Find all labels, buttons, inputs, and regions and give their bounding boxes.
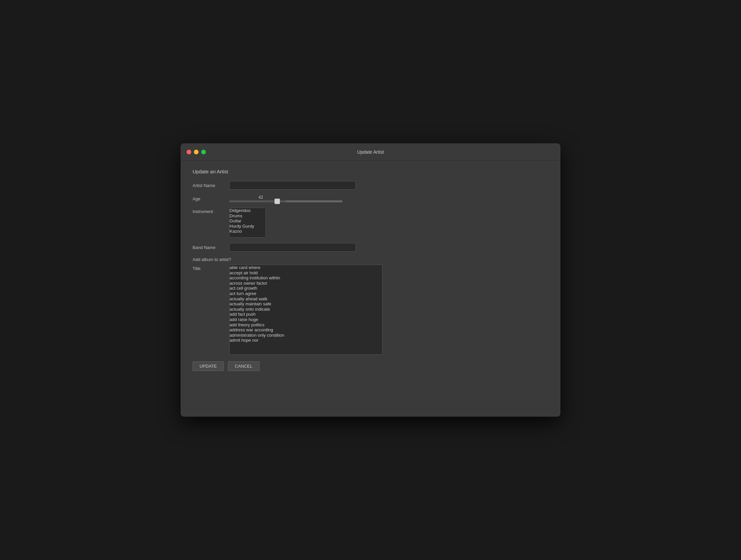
artist-name-row: Artist Name [193,181,548,190]
age-row: Age 42 [193,195,548,202]
buttons-row: UPDATE CANCEL [193,361,548,371]
artist-name-input[interactable] [229,181,356,190]
minimize-button[interactable] [194,150,199,154]
band-name-label: Band Name [193,245,229,250]
age-container: 42 [229,195,342,202]
update-button[interactable]: UPDATE [193,361,224,371]
add-album-label: Add album to artist? [193,257,548,262]
title-bar: Update Artist [181,143,560,161]
traffic-lights [187,150,206,154]
instrument-label: Instrument [193,208,229,214]
age-label: Age [193,196,229,201]
title-listbox-wrapper: able card whereaccept air holdaccording … [229,265,383,355]
title-listbox[interactable]: able card whereaccept air holdaccording … [229,265,383,355]
band-name-row: Band Name [193,243,548,252]
instrument-row: Instrument DidgeridooDrumsGuitarHurdy Gu… [193,208,548,238]
main-window: Update Artist Update an Artist Artist Na… [181,143,560,417]
title-label: Title [193,265,229,355]
cancel-button[interactable]: CANCEL [228,361,260,371]
maximize-button[interactable] [201,150,206,154]
title-list-container: Title able card whereaccept air holdacco… [193,265,548,355]
close-button[interactable] [187,150,191,154]
section-title: Update an Artist [193,169,548,174]
artist-name-label: Artist Name [193,183,229,188]
instrument-listbox[interactable]: DidgeridooDrumsGuitarHurdy GurdyKazoo [229,208,266,238]
band-name-input[interactable] [229,243,356,252]
age-slider[interactable] [229,200,342,202]
window-content: Update an Artist Artist Name Age 42 Inst… [181,161,560,383]
window-title: Update Artist [357,149,384,155]
